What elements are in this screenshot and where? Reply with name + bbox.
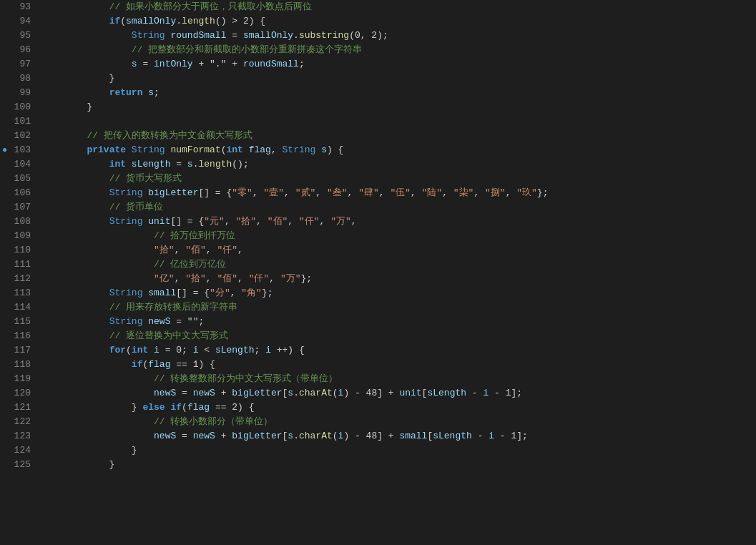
line-number: 101 bbox=[0, 114, 39, 129]
line-number: 96 bbox=[0, 43, 39, 57]
line-content: // 转换小数部分（带单位） bbox=[39, 415, 756, 429]
table-row: 107 // 货币单位 bbox=[0, 200, 756, 215]
table-row: 93 // 如果小数部分大于两位，只截取小数点后两位 bbox=[0, 0, 756, 14]
table-row: 97 s = intOnly + "." + roundSmall; bbox=[0, 57, 756, 72]
line-content: "亿", "拾", "佰", "仟", "万"}; bbox=[39, 272, 756, 286]
table-row: 98 } bbox=[0, 72, 756, 86]
table-row: 118 if(flag == 1) { bbox=[0, 358, 756, 372]
line-content: // 如果小数部分大于两位，只截取小数点后两位 bbox=[39, 0, 756, 14]
line-content: // 把传入的数转换为中文金额大写形式 bbox=[39, 129, 756, 143]
line-number: 112 bbox=[0, 272, 39, 286]
line-number: 125 bbox=[0, 458, 39, 472]
line-number: 117 bbox=[0, 343, 39, 358]
line-content: int sLength = s.length(); bbox=[39, 157, 756, 172]
line-number: 116 bbox=[0, 329, 39, 343]
line-number: 102 bbox=[0, 129, 39, 143]
line-content: // 拾万位到仟万位 bbox=[39, 229, 756, 243]
line-content: } else if(flag == 2) { bbox=[39, 401, 756, 415]
line-content: "拾", "佰", "仟", bbox=[39, 243, 756, 257]
line-content: newS = newS + bigLetter[s.charAt(i) - 48… bbox=[39, 429, 756, 443]
line-number: 121 bbox=[0, 401, 39, 415]
line-number: 124 bbox=[0, 443, 39, 458]
table-row: 113 String small[] = {"分", "角"}; bbox=[0, 286, 756, 300]
line-content: for(int i = 0; i < sLength; i ++) { bbox=[39, 343, 756, 358]
line-content: if(smallOnly.length() > 2) { bbox=[39, 14, 756, 29]
table-row: 103● private String numFormat(int flag, … bbox=[0, 143, 756, 157]
line-number: 105 bbox=[0, 172, 39, 186]
line-number: 110 bbox=[0, 243, 39, 257]
table-row: 108 String unit[] = {"元", "拾", "佰", "仟",… bbox=[0, 215, 756, 229]
table-row: 94 if(smallOnly.length() > 2) { bbox=[0, 14, 756, 29]
line-number: 120 bbox=[0, 386, 39, 401]
table-row: 99 return s; bbox=[0, 86, 756, 100]
line-content: if(flag == 1) { bbox=[39, 358, 756, 372]
line-content: // 把整数部分和新截取的小数部分重新拼凑这个字符串 bbox=[39, 43, 756, 57]
line-content: } bbox=[39, 458, 756, 472]
line-content: // 逐位替换为中文大写形式 bbox=[39, 329, 756, 343]
line-number: 95 bbox=[0, 29, 39, 43]
line-number: 122 bbox=[0, 415, 39, 429]
table-row: 117 for(int i = 0; i < sLength; i ++) { bbox=[0, 343, 756, 358]
table-row: 106 String bigLetter[] = {"零", "壹", "贰",… bbox=[0, 186, 756, 200]
table-row: 114 // 用来存放转换后的新字符串 bbox=[0, 300, 756, 315]
line-number: 115 bbox=[0, 315, 39, 329]
line-content: } bbox=[39, 72, 756, 86]
table-row: 123 newS = newS + bigLetter[s.charAt(i) … bbox=[0, 429, 756, 443]
table-row: 101 bbox=[0, 114, 756, 129]
table-row: 96 // 把整数部分和新截取的小数部分重新拼凑这个字符串 bbox=[0, 43, 756, 57]
line-number: 99 bbox=[0, 86, 39, 100]
line-number: 104 bbox=[0, 157, 39, 172]
table-row: 109 // 拾万位到仟万位 bbox=[0, 229, 756, 243]
line-number: 108 bbox=[0, 215, 39, 229]
line-number: 111 bbox=[0, 257, 39, 272]
table-row: 121 } else if(flag == 2) { bbox=[0, 401, 756, 415]
line-content: newS = newS + bigLetter[s.charAt(i) - 48… bbox=[39, 386, 756, 401]
line-content: // 货币大写形式 bbox=[39, 172, 756, 186]
line-content: String roundSmall = smallOnly.substring(… bbox=[39, 29, 756, 43]
table-row: 100 } bbox=[0, 100, 756, 114]
line-number: 119 bbox=[0, 372, 39, 386]
line-number: 114 bbox=[0, 300, 39, 315]
table-row: 112 "亿", "拾", "佰", "仟", "万"}; bbox=[0, 272, 756, 286]
line-content: s = intOnly + "." + roundSmall; bbox=[39, 57, 756, 72]
line-content: String unit[] = {"元", "拾", "佰", "仟", "万"… bbox=[39, 215, 756, 229]
table-row: 124 } bbox=[0, 443, 756, 458]
line-number: 106 bbox=[0, 186, 39, 200]
table-row: 102 // 把传入的数转换为中文金额大写形式 bbox=[0, 129, 756, 143]
table-row: 105 // 货币大写形式 bbox=[0, 172, 756, 186]
line-content: String small[] = {"分", "角"}; bbox=[39, 286, 756, 300]
line-content: return s; bbox=[39, 86, 756, 100]
line-content: private String numFormat(int flag, Strin… bbox=[39, 143, 756, 157]
line-number: 94 bbox=[0, 14, 39, 29]
line-content: // 转换整数部分为中文大写形式（带单位） bbox=[39, 372, 756, 386]
table-row: 120 newS = newS + bigLetter[s.charAt(i) … bbox=[0, 386, 756, 401]
line-number: 107 bbox=[0, 200, 39, 215]
line-content: // 用来存放转换后的新字符串 bbox=[39, 300, 756, 315]
line-content: String bigLetter[] = {"零", "壹", "贰", "叁"… bbox=[39, 186, 756, 200]
line-number: 113 bbox=[0, 286, 39, 300]
line-number: 103● bbox=[0, 143, 39, 157]
line-number: 97 bbox=[0, 57, 39, 72]
line-number: 100 bbox=[0, 100, 39, 114]
line-number: 118 bbox=[0, 358, 39, 372]
code-editor: 93 // 如果小数部分大于两位，只截取小数点后两位94 if(smallOnl… bbox=[0, 0, 756, 545]
line-content: // 亿位到万亿位 bbox=[39, 257, 756, 272]
table-row: 95 String roundSmall = smallOnly.substri… bbox=[0, 29, 756, 43]
table-row: 122 // 转换小数部分（带单位） bbox=[0, 415, 756, 429]
table-row: 115 String newS = ""; bbox=[0, 315, 756, 329]
table-row: 110 "拾", "佰", "仟", bbox=[0, 243, 756, 257]
line-number: 93 bbox=[0, 0, 39, 14]
line-content: // 货币单位 bbox=[39, 200, 756, 215]
table-row: 104 int sLength = s.length(); bbox=[0, 157, 756, 172]
line-content: } bbox=[39, 443, 756, 458]
line-number: 123 bbox=[0, 429, 39, 443]
table-row: 116 // 逐位替换为中文大写形式 bbox=[0, 329, 756, 343]
line-content: } bbox=[39, 100, 756, 114]
table-row: 111 // 亿位到万亿位 bbox=[0, 257, 756, 272]
line-content: String newS = ""; bbox=[39, 315, 756, 329]
table-row: 125 } bbox=[0, 458, 756, 472]
table-row: 119 // 转换整数部分为中文大写形式（带单位） bbox=[0, 372, 756, 386]
line-number: 98 bbox=[0, 72, 39, 86]
line-content bbox=[39, 114, 756, 129]
line-number: 109 bbox=[0, 229, 39, 243]
